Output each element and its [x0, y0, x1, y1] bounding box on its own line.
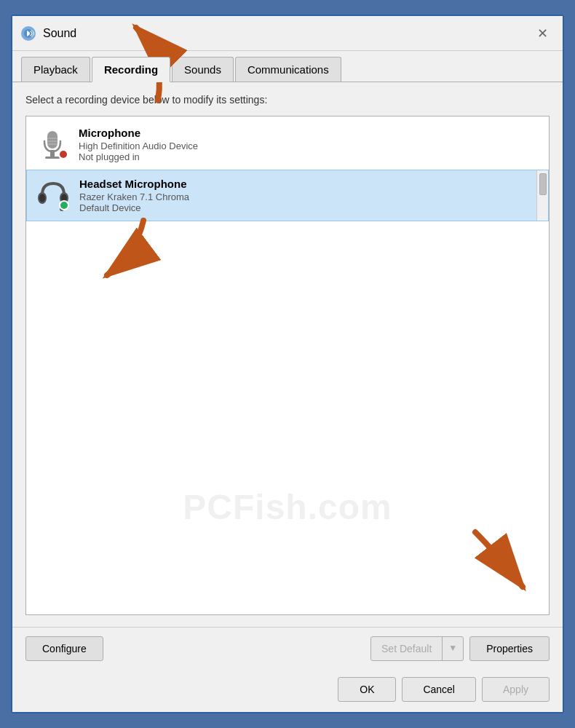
set-default-button-group[interactable]: Set Default ▼: [370, 636, 464, 661]
status-dot-green: [59, 200, 69, 210]
properties-button[interactable]: Properties: [469, 636, 550, 661]
scrollbar[interactable]: [536, 170, 548, 221]
ok-button[interactable]: OK: [338, 677, 396, 702]
sound-app-icon: [20, 25, 37, 42]
cancel-button[interactable]: Cancel: [402, 677, 476, 702]
tab-playback[interactable]: Playback: [21, 57, 90, 82]
tab-sounds[interactable]: Sounds: [172, 57, 234, 82]
device-list: Microphone High Definition Audio Device …: [25, 116, 550, 615]
svg-rect-3: [45, 157, 60, 159]
set-default-label[interactable]: Set Default: [371, 637, 442, 660]
microphone-icon: [35, 127, 70, 162]
device-info-microphone: Microphone High Definition Audio Device …: [79, 127, 198, 162]
status-dot-red: [58, 149, 68, 159]
device-name-headset: Headset Microphone: [79, 178, 189, 190]
device-status-microphone: Not plugged in: [79, 151, 198, 162]
device-name-microphone: Microphone: [79, 127, 198, 139]
headset-icon: [36, 178, 71, 213]
close-button[interactable]: ✕: [531, 22, 554, 45]
watermark: PCFish.com: [183, 487, 392, 527]
title-bar: Sound ✕: [12, 16, 563, 51]
tab-communications[interactable]: Communications: [235, 57, 341, 82]
dialog-title: Sound: [43, 27, 531, 40]
tab-recording[interactable]: Recording: [92, 57, 170, 82]
action-bar: Configure Set Default ▼ Properties: [12, 627, 563, 670]
tab-content: Select a recording device below to modif…: [12, 82, 563, 627]
dialog-footer: OK Cancel Apply: [12, 670, 563, 712]
device-info-headset: Headset Microphone Razer Kraken 7.1 Chro…: [79, 178, 189, 213]
svg-point-9: [39, 194, 45, 202]
scrollbar-thumb: [539, 173, 547, 195]
device-item-headset[interactable]: Headset Microphone Razer Kraken 7.1 Chro…: [26, 170, 549, 221]
configure-button[interactable]: Configure: [25, 636, 103, 661]
device-item-microphone[interactable]: Microphone High Definition Audio Device …: [26, 119, 549, 170]
sound-dialog: Sound ✕ Playback Recording Sounds Commun…: [11, 15, 564, 713]
instruction-text: Select a recording device below to modif…: [25, 94, 550, 106]
svg-rect-4: [47, 131, 58, 149]
device-subtext-microphone: High Definition Audio Device: [79, 141, 198, 151]
tab-bar: Playback Recording Sounds Communications: [12, 51, 563, 82]
set-default-dropdown-arrow[interactable]: ▼: [442, 637, 463, 660]
device-status-headset: Default Device: [79, 202, 189, 213]
device-subtext-headset: Razer Kraken 7.1 Chroma: [79, 191, 189, 202]
apply-button[interactable]: Apply: [482, 677, 550, 702]
